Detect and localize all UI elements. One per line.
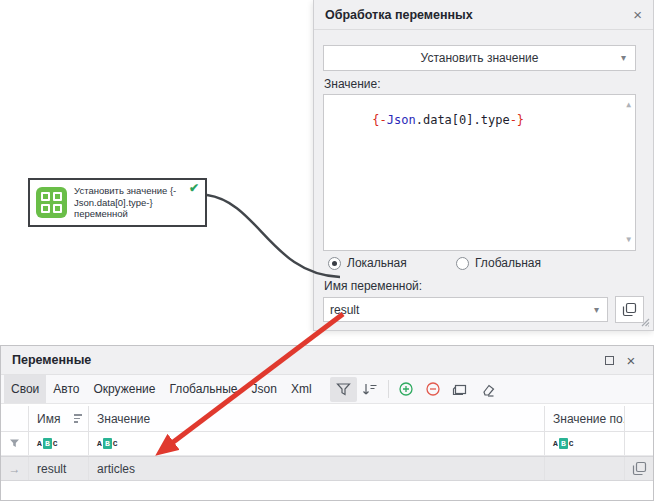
- remove-variable-button[interactable]: [420, 377, 447, 402]
- action-type-selected: Установить значение: [421, 51, 539, 65]
- code-object: Json: [387, 113, 416, 127]
- plus-circle-icon: [398, 381, 414, 397]
- copy-icon: [622, 302, 637, 317]
- header-default-value[interactable]: Значение по...: [545, 406, 625, 431]
- sort-button[interactable]: [357, 377, 384, 402]
- tab-xml[interactable]: Xml: [284, 375, 319, 403]
- variables-window: Переменные × Свои Авто Окружение Глобаль…: [0, 345, 654, 501]
- row-default-cell[interactable]: [545, 457, 625, 480]
- abc-c: C: [53, 439, 58, 448]
- action-type-dropdown[interactable]: Установить значение ▾: [323, 45, 636, 71]
- row-arrow-icon: →: [9, 462, 21, 476]
- variable-name-value: result: [330, 303, 359, 317]
- header-indicator-cell: [1, 406, 29, 431]
- filter-actions-cell: [625, 432, 653, 455]
- variables-titlebar: Переменные ×: [1, 346, 653, 375]
- row-indicator-cell: →: [1, 457, 29, 480]
- action-node-label-line3: переменной: [74, 208, 192, 220]
- header-value-label: Значение: [97, 412, 150, 426]
- tab-global[interactable]: Глобальные: [162, 375, 244, 403]
- table-row[interactable]: → result articles: [1, 456, 653, 481]
- maximize-button[interactable]: [598, 349, 620, 371]
- clear-filter-button[interactable]: [474, 377, 501, 402]
- variables-tabbar: Свои Авто Окружение Глобальные Json Xml: [1, 375, 653, 404]
- code-open-brace: {-: [372, 113, 386, 127]
- filter-indicator-cell: [1, 432, 29, 455]
- row-name-cell[interactable]: result: [29, 457, 89, 480]
- filter-value-cell[interactable]: ABC: [89, 432, 545, 455]
- variable-name-label: Имя переменной:: [324, 279, 422, 293]
- eraser-icon: [479, 382, 496, 397]
- abc-b: B: [43, 438, 52, 449]
- variable-value: articles: [97, 462, 135, 476]
- chevron-down-icon: ▾: [621, 52, 626, 63]
- variable-processing-panel: Обработка переменных × Установить значен…: [313, 0, 654, 331]
- variable-name: result: [37, 462, 66, 476]
- tab-json[interactable]: Json: [245, 375, 284, 403]
- copy-icon: [632, 461, 647, 476]
- action-node-label-line1: Установить значение {-: [74, 185, 192, 197]
- variables-grid: Имя Значение Значение по...: [1, 406, 653, 500]
- filter-row-icon: [9, 438, 20, 449]
- radio-local-label: Локальная: [347, 256, 407, 270]
- radio-global[interactable]: Глобальная: [456, 256, 541, 270]
- minus-circle-icon: [425, 381, 441, 397]
- header-actions-cell: [625, 406, 653, 431]
- header-name[interactable]: Имя: [29, 406, 89, 431]
- tab-own[interactable]: Свои: [4, 375, 46, 403]
- row-copy-cell[interactable]: [625, 457, 653, 480]
- tab-auto[interactable]: Авто: [46, 375, 86, 403]
- scroll-up-icon[interactable]: ▲: [626, 101, 631, 109]
- value-editor[interactable]: {-Json.data[0].type-} ▲ ▼: [323, 94, 636, 251]
- variable-name-combobox[interactable]: result ▾: [323, 297, 608, 322]
- maximize-icon: [605, 356, 614, 365]
- column-chooser-button[interactable]: [447, 377, 474, 402]
- toolbar-separator: [388, 380, 389, 398]
- grid-header-row: Имя Значение Значение по...: [1, 406, 653, 432]
- chevron-down-icon: ▾: [594, 304, 599, 315]
- scroll-down-icon[interactable]: ▼: [626, 236, 631, 244]
- abc-filter-icon: ABC: [37, 438, 58, 449]
- radio-global-label: Глобальная: [475, 256, 541, 270]
- header-value[interactable]: Значение: [89, 406, 545, 431]
- close-button[interactable]: ×: [620, 349, 642, 371]
- resize-grip[interactable]: [639, 316, 650, 327]
- header-default-label: Значение по...: [553, 412, 625, 426]
- close-icon: ×: [627, 353, 636, 368]
- action-node-label-line2: Json.data[0].type-}: [74, 197, 192, 209]
- grid-filter-row: ABC ABC ABC: [1, 432, 653, 456]
- radio-local[interactable]: Локальная: [328, 256, 407, 270]
- abc-a: A: [37, 439, 42, 448]
- row-value-cell[interactable]: articles: [89, 457, 545, 480]
- success-check-icon: ✔: [189, 181, 199, 195]
- sort-ascending-icon: [74, 414, 82, 423]
- filter-name-cell[interactable]: ABC: [29, 432, 89, 455]
- variables-title: Переменные: [12, 353, 598, 367]
- column-chooser-icon: [452, 382, 468, 397]
- variables-grid-icon: [36, 187, 67, 218]
- value-label: Значение:: [324, 77, 381, 91]
- abc-filter-icon: ABC: [553, 438, 574, 449]
- add-variable-button[interactable]: [393, 377, 420, 402]
- filter-icon: [336, 382, 351, 397]
- code-path: .data[0].type: [416, 113, 510, 127]
- canvas: Установить значение {- Json.data[0].type…: [0, 0, 654, 502]
- sort-icon: [362, 382, 378, 397]
- panel-title: Обработка переменных: [325, 8, 473, 22]
- tab-environment[interactable]: Окружение: [86, 375, 162, 403]
- radio-local-circle: [328, 257, 341, 270]
- radio-global-circle: [456, 257, 469, 270]
- abc-a: A: [553, 439, 558, 448]
- action-node-set-value[interactable]: Установить значение {- Json.data[0].type…: [28, 178, 207, 227]
- action-node-label: Установить значение {- Json.data[0].type…: [74, 185, 192, 220]
- abc-c: C: [113, 439, 118, 448]
- abc-b: B: [559, 438, 568, 449]
- header-name-label: Имя: [37, 412, 60, 426]
- filter-default-cell[interactable]: ABC: [545, 432, 625, 455]
- filter-button[interactable]: [330, 377, 357, 402]
- abc-a: A: [97, 439, 102, 448]
- close-icon[interactable]: ×: [633, 7, 642, 22]
- abc-filter-icon: ABC: [97, 438, 118, 449]
- code-close-brace: -}: [510, 113, 524, 127]
- panel-titlebar: Обработка переменных ×: [314, 0, 653, 30]
